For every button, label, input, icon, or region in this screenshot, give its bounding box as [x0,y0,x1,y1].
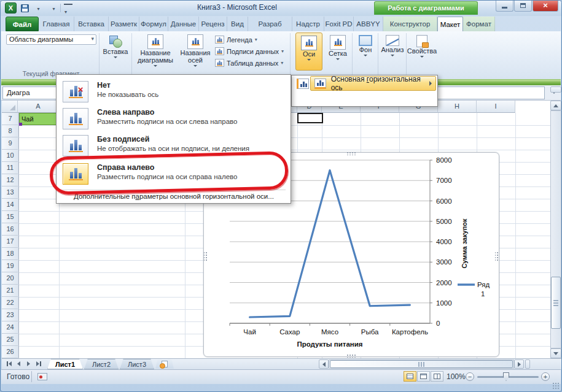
row-header-22[interactable]: 22 [2,297,19,309]
row-header-14[interactable]: 14 [2,199,19,211]
tab-review[interactable]: Реценз [199,17,227,31]
hscroll-right-icon[interactable] [514,359,524,369]
column-header-I[interactable]: I [477,101,515,113]
tab-file[interactable]: Файл [6,17,39,31]
restore-button[interactable] [514,1,532,12]
view-page-break-button[interactable] [431,371,443,382]
row-header-16[interactable]: 16 [2,223,19,236]
tab-layout[interactable]: Макет [437,17,463,31]
chart-handle-left[interactable] [204,252,208,261]
column-header-A[interactable]: A [18,101,59,113]
tab-home[interactable]: Главная [39,17,74,31]
analysis-button[interactable]: Анализ [380,33,405,56]
redo-button[interactable] [46,2,61,13]
close-button[interactable]: × [533,1,558,12]
hscroll-left-icon[interactable] [319,359,329,369]
chart-handle-right[interactable] [495,252,499,261]
row-header-20[interactable]: 20 [2,272,19,285]
x-category-label: Сахар [279,328,300,336]
axes-button[interactable]: Оси [295,33,322,71]
chart-element-dropdown[interactable]: Область диаграммы [6,34,96,45]
minimize-button[interactable] [496,1,513,12]
menu-item-none[interactable]: НетНе показывать ось [59,78,288,105]
horizontal-split-handle[interactable] [525,359,530,369]
scroll-up-icon[interactable] [550,101,561,110]
row-header-19[interactable]: 19 [2,260,19,272]
background-button[interactable]: Фон [354,33,377,56]
data-labels-button[interactable]: Подписи данных [215,46,284,56]
zoom-in-icon[interactable]: + [541,372,550,381]
tab-abbyy[interactable]: ABBYY P [354,17,383,31]
sheet-tab-2[interactable]: Лист2 [84,359,119,369]
tab-data[interactable]: Данные [168,17,199,31]
prev-sheet-icon[interactable] [14,359,23,368]
sheet-tab-1[interactable]: Лист1 [47,359,83,369]
row-header-26[interactable]: 26 [2,346,19,358]
insert-button[interactable]: Вставка [101,32,130,71]
horizontal-scroll-thumb[interactable] [330,360,513,368]
insert-sheet-button[interactable] [155,359,174,369]
customize-qat-button[interactable] [64,4,72,12]
tab-formulas[interactable]: Формул [139,17,168,31]
view-page-layout-button[interactable] [417,371,430,382]
tab-format[interactable]: Формат [463,17,495,31]
scroll-down-icon[interactable] [550,348,561,358]
first-sheet-icon[interactable] [4,359,14,368]
resize-grip[interactable] [552,382,560,390]
macro-record-icon[interactable] [37,373,47,380]
row-header-17[interactable]: 17 [2,236,19,248]
tab-foxit[interactable]: Foxit PD [324,17,354,31]
column-header-H[interactable]: H [438,101,477,113]
gridlines-button[interactable]: Сетка [325,33,351,60]
row-header-10[interactable]: 10 [2,150,19,162]
vertical-scrollbar[interactable] [550,86,561,358]
row-header-8[interactable]: 8 [2,125,19,137]
tab-view[interactable]: Вид [227,17,248,31]
cell-A7[interactable]: Чай [19,113,60,125]
chart-title-button[interactable]: Название диаграммы [135,32,176,67]
vertical-split-handle[interactable] [550,86,561,93]
menu-item-left-to-right[interactable]: Слева направоРазместить подписи на оси с… [59,105,288,132]
last-sheet-icon[interactable] [34,359,43,368]
row-header-25[interactable]: 25 [2,334,19,346]
chart-handle-top[interactable] [346,152,356,155]
undo-button[interactable] [31,2,45,13]
menu-item-right-to-left[interactable]: Справа налевоРазместить подписи на оси с… [59,160,288,188]
page-layout-icon [420,374,427,379]
next-sheet-icon[interactable] [24,359,33,368]
outlined-cell[interactable] [297,113,323,123]
tab-insert[interactable]: Вставка [74,17,109,31]
chart-handle-bottom[interactable] [346,354,356,358]
chart-title-icon [147,34,163,49]
row-header-7[interactable]: 7 [2,113,19,125]
select-all-corner[interactable] [2,101,18,113]
legend-button[interactable]: Легенда [215,34,257,45]
tab-developer[interactable]: Разраб [248,17,292,31]
row-header-13[interactable]: 13 [2,186,19,199]
sheet-tab-3[interactable]: Лист3 [120,359,154,369]
data-table-button[interactable]: Таблица данных [215,58,283,68]
row-header-12[interactable]: 12 [2,174,19,186]
row-header-9[interactable]: 9 [2,137,19,150]
save-icon[interactable] [21,4,29,12]
row-header-18[interactable]: 18 [2,248,19,260]
more-axis-options-item[interactable]: Дополнительные параметры основной горизо… [74,190,287,202]
properties-button[interactable]: Свойства [407,33,437,58]
row-header-23[interactable]: 23 [2,309,19,321]
zoom-out-icon[interactable]: − [466,372,474,381]
excel-logo-icon[interactable]: X [5,2,17,13]
menu-item-no-labels[interactable]: Без подписейНе отображать на оси ни подп… [59,132,288,159]
data-labels-icon [215,47,224,55]
axis-titles-button[interactable]: Названия осей [178,32,213,67]
view-normal-button[interactable] [404,371,416,382]
menu-item-primary-horizontal-axis[interactable]: Основная горизонтальная ось [310,76,436,91]
tab-addins[interactable]: Надстр [292,17,324,31]
tab-design[interactable]: Конструктор [383,17,437,31]
row-header-24[interactable]: 24 [2,321,19,334]
row-header-11[interactable]: 11 [2,162,19,174]
row-header-21[interactable]: 21 [2,285,19,297]
tab-page-layout[interactable]: Разметк [109,17,139,31]
name-box[interactable]: Диагра [2,86,57,99]
row-header-15[interactable]: 15 [2,211,19,223]
vertical-scroll-thumb[interactable] [551,277,561,329]
